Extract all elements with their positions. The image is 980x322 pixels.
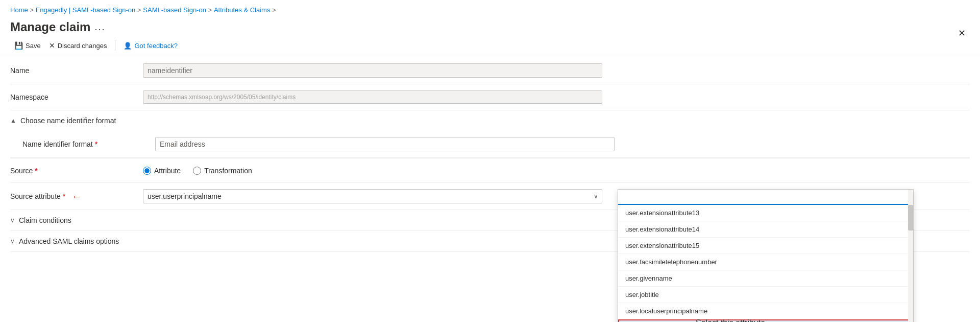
name-row: Name xyxy=(10,57,970,84)
breadcrumb-saml[interactable]: SAML-based Sign-on xyxy=(143,6,206,14)
radio-transformation-label[interactable]: Transformation xyxy=(193,167,252,175)
source-label: Source * xyxy=(10,167,143,175)
breadcrumb-engagedly[interactable]: Engagedly | SAML-based Sign-on xyxy=(36,6,136,14)
close-button[interactable]: ✕ xyxy=(954,26,970,41)
breadcrumb-sep-3: > xyxy=(208,7,212,14)
source-attribute-dropdown-wrapper: user.userprincipalname ∨ user.extensiona… xyxy=(143,189,602,203)
name-identifier-label: Name identifier format * xyxy=(22,140,155,148)
namespace-label: Namespace xyxy=(10,93,143,101)
choose-format-label: Choose name identifier format xyxy=(20,117,116,125)
dropdown-item-1[interactable]: user.extensionattribute14 xyxy=(618,221,913,238)
page-title-row: Manage claim ... xyxy=(0,18,980,34)
radio-attribute-input[interactable] xyxy=(143,167,151,175)
save-icon: 💾 xyxy=(14,41,23,50)
breadcrumb-sep-4: > xyxy=(272,7,276,14)
overlay-scrollbar xyxy=(908,190,913,322)
advanced-saml-chevron: ∨ xyxy=(10,238,15,245)
radio-transformation-text: Transformation xyxy=(204,167,252,175)
choose-format-header[interactable]: ▲ Choose name identifier format xyxy=(10,110,970,131)
breadcrumb: Home > Engagedly | SAML-based Sign-on > … xyxy=(0,0,980,18)
source-attribute-label-wrapper: Source attribute * ← xyxy=(10,191,143,202)
discard-label: Discard changes xyxy=(58,42,107,50)
feedback-icon: 👤 xyxy=(124,42,132,50)
save-label: Save xyxy=(26,42,41,50)
namespace-row: Namespace xyxy=(10,84,970,110)
claim-conditions-chevron: ∨ xyxy=(10,217,15,224)
title-ellipsis-button[interactable]: ... xyxy=(94,22,105,33)
breadcrumb-attributes[interactable]: Attributes & Claims xyxy=(214,6,271,14)
source-attribute-row: Source attribute * ← user.userprincipaln… xyxy=(10,183,970,210)
radio-attribute-text: Attribute xyxy=(154,167,181,175)
name-identifier-row: Name identifier format * xyxy=(10,131,970,158)
source-radio-group: Attribute Transformation xyxy=(143,167,602,175)
breadcrumb-sep-1: > xyxy=(30,7,34,14)
feedback-button[interactable]: 👤 Got feedback? xyxy=(119,40,182,52)
form-area: Name Namespace ▲ Choose name identifier … xyxy=(0,57,980,252)
dropdown-item-mail[interactable]: user.mail xyxy=(618,319,913,322)
radio-attribute-label[interactable]: Attribute xyxy=(143,167,181,175)
save-button[interactable]: 💾 Save xyxy=(10,39,45,52)
toolbar-divider xyxy=(115,40,115,51)
choose-format-chevron: ▲ xyxy=(10,117,16,124)
dropdown-list: user.extensionattribute13 user.extension… xyxy=(618,205,913,322)
page-title: Manage claim xyxy=(10,20,90,34)
name-input[interactable] xyxy=(143,63,602,78)
dropdown-item-0[interactable]: user.extensionattribute13 xyxy=(618,205,913,221)
name-identifier-input-wrapper xyxy=(155,137,615,151)
choose-format-section: ▲ Choose name identifier format Name ide… xyxy=(10,110,970,158)
dropdown-search-input[interactable] xyxy=(618,190,913,205)
advanced-saml-label: Advanced SAML claims options xyxy=(19,237,119,245)
dropdown-item-5[interactable]: user.jobtitle xyxy=(618,287,913,303)
namespace-input[interactable] xyxy=(143,90,602,104)
name-input-wrapper xyxy=(143,63,602,78)
breadcrumb-home[interactable]: Home xyxy=(10,6,28,14)
source-required-star: * xyxy=(35,167,37,175)
discard-button[interactable]: ✕ Discard changes xyxy=(45,39,111,52)
source-row: Source * Attribute Transformation xyxy=(10,158,970,183)
breadcrumb-sep-2: > xyxy=(137,7,141,14)
namespace-input-wrapper xyxy=(143,90,602,104)
dropdown-item-6[interactable]: user.localuserprincipalname xyxy=(618,303,913,319)
dropdown-item-4[interactable]: user.givenname xyxy=(618,270,913,287)
source-attribute-dropdown[interactable]: user.userprincipalname xyxy=(143,189,602,203)
name-identifier-input[interactable] xyxy=(155,137,615,151)
source-attribute-overlay: user.extensionattribute13 user.extension… xyxy=(618,189,914,322)
dropdown-item-2[interactable]: user.extensionattribute15 xyxy=(618,238,913,254)
source-attribute-required-star: * xyxy=(63,192,65,200)
name-identifier-required-star: * xyxy=(95,140,97,148)
overlay-scrollbar-thumb xyxy=(908,205,913,231)
radio-transformation-input[interactable] xyxy=(193,167,201,175)
feedback-label: Got feedback? xyxy=(134,42,178,50)
page-wrapper: Home > Engagedly | SAML-based Sign-on > … xyxy=(0,0,980,322)
claim-conditions-label: Claim conditions xyxy=(19,216,71,224)
toolbar: 💾 Save ✕ Discard changes 👤 Got feedback? xyxy=(0,34,980,57)
dropdown-item-3[interactable]: user.facsimiletelephonenumber xyxy=(618,254,913,270)
name-label: Name xyxy=(10,66,143,75)
discard-icon: ✕ xyxy=(49,41,55,50)
source-attribute-arrow: ← xyxy=(71,191,82,202)
